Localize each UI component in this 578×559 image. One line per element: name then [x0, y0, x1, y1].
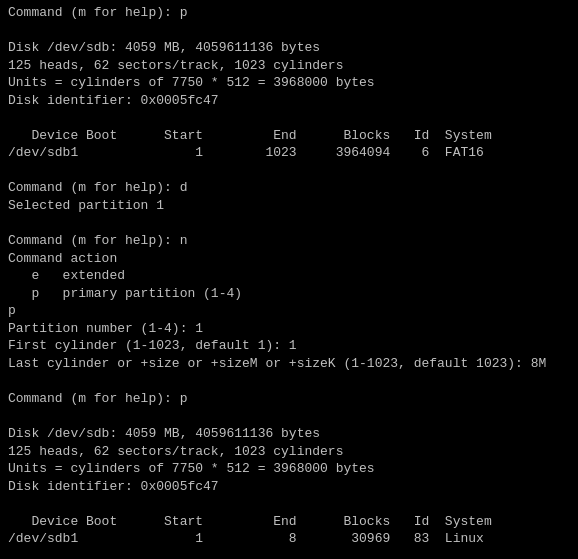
- terminal-line: Device Boot Start End Blocks Id System: [8, 128, 492, 143]
- terminal-line: Command (m for help): n: [8, 233, 187, 248]
- terminal-output: Command (m for help): p Disk /dev/sdb: 4…: [8, 4, 570, 559]
- terminal-line: Disk /dev/sdb: 4059 MB, 4059611136 bytes: [8, 426, 320, 441]
- terminal-line: Disk identifier: 0x0005fc47: [8, 93, 219, 108]
- terminal-line: e extended: [8, 268, 125, 283]
- terminal-line: p primary partition (1-4): [8, 286, 242, 301]
- terminal-line: First cylinder (1-1023, default 1): 1: [8, 338, 297, 353]
- terminal-line: Units = cylinders of 7750 * 512 = 396800…: [8, 461, 375, 476]
- terminal-line: Partition number (1-4): 1: [8, 321, 203, 336]
- terminal-line: 125 heads, 62 sectors/track, 1023 cylind…: [8, 444, 343, 459]
- terminal-line: Disk /dev/sdb: 4059 MB, 4059611136 bytes: [8, 40, 320, 55]
- terminal-line: Last cylinder or +size or +sizeM or +siz…: [8, 356, 546, 371]
- terminal-line: /dev/sdb1 1 1023 3964094 6 FAT16: [8, 145, 484, 160]
- terminal-line: Command (m for help): p: [8, 391, 187, 406]
- terminal-line: /dev/sdb1 1 8 30969 83 Linux: [8, 531, 484, 546]
- terminal-line: p: [8, 303, 16, 318]
- terminal-line: Command (m for help): d: [8, 180, 187, 195]
- terminal-line: 125 heads, 62 sectors/track, 1023 cylind…: [8, 58, 343, 73]
- terminal-line: Command action: [8, 251, 117, 266]
- terminal-line: Units = cylinders of 7750 * 512 = 396800…: [8, 75, 375, 90]
- terminal-line: Device Boot Start End Blocks Id System: [8, 514, 492, 529]
- terminal-line: Disk identifier: 0x0005fc47: [8, 479, 219, 494]
- terminal-line: Command (m for help): p: [8, 5, 187, 20]
- terminal-line: Selected partition 1: [8, 198, 164, 213]
